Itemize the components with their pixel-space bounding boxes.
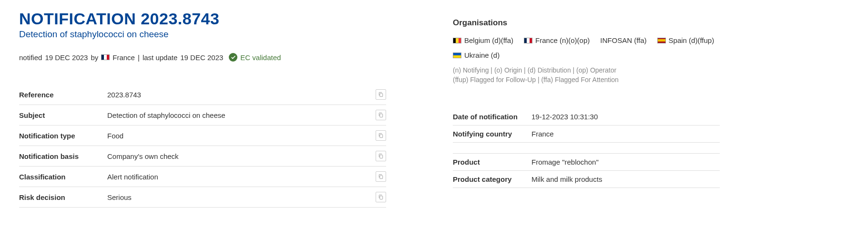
organisation-item: Ukraine (d) bbox=[453, 51, 500, 59]
copy-button[interactable] bbox=[376, 151, 386, 161]
organisations-heading: Organisations bbox=[453, 18, 720, 28]
validated-badge: EC validated bbox=[229, 53, 281, 62]
es-flag-icon bbox=[657, 38, 666, 43]
summary-label: Product bbox=[453, 154, 531, 171]
details-row: ClassificationAlert notification bbox=[19, 167, 386, 187]
details-value: Alert notification bbox=[107, 167, 372, 187]
organisation-item: INFOSAN (ffa) bbox=[600, 36, 646, 44]
details-value: Detection of staphylococci on cheese bbox=[107, 105, 372, 126]
details-label: Notification basis bbox=[19, 146, 107, 167]
copy-button[interactable] bbox=[376, 192, 386, 202]
validated-label: EC validated bbox=[240, 53, 281, 62]
organisation-item: Spain (d)(ffup) bbox=[657, 36, 715, 44]
details-value: Food bbox=[107, 126, 372, 146]
details-value: Company's own check bbox=[107, 146, 372, 167]
copy-button[interactable] bbox=[376, 171, 386, 182]
details-value: Serious bbox=[107, 187, 372, 208]
summary-row: Notifying countryFrance bbox=[453, 126, 720, 143]
svg-rect-3 bbox=[380, 155, 383, 158]
meta-separator: | bbox=[138, 53, 140, 62]
details-table: Reference2023.8743SubjectDetection of st… bbox=[19, 84, 386, 208]
page-title: NOTIFICATION 2023.8743 bbox=[19, 10, 386, 28]
notified-prefix: notified bbox=[19, 53, 42, 62]
last-update-date: 19 DEC 2023 bbox=[180, 53, 223, 62]
organisation-item: Belgium (d)(ffa) bbox=[453, 36, 513, 44]
summary-value: Fromage "reblochon" bbox=[531, 154, 720, 171]
copy-button[interactable] bbox=[376, 89, 386, 100]
organisation-text: Belgium (d)(ffa) bbox=[464, 36, 513, 44]
notifier-country: France bbox=[112, 53, 135, 62]
organisation-text: Spain (d)(ffup) bbox=[669, 36, 715, 44]
organisation-text: France (n)(o)(op) bbox=[535, 36, 590, 44]
legend-line-1: (n) Notifying | (o) Origin | (d) Distrib… bbox=[453, 66, 720, 75]
details-label: Reference bbox=[19, 84, 107, 105]
details-value: 2023.8743 bbox=[107, 84, 372, 105]
summary-value: Milk and milk products bbox=[531, 171, 720, 188]
france-flag-icon bbox=[101, 54, 110, 60]
organisations-list: Belgium (d)(ffa)France (n)(o)(op)INFOSAN… bbox=[453, 36, 720, 59]
details-label: Classification bbox=[19, 167, 107, 187]
organisation-text: INFOSAN (ffa) bbox=[600, 36, 646, 44]
svg-rect-1 bbox=[380, 114, 383, 117]
ua-flag-icon bbox=[453, 52, 461, 58]
legend-line-2: (ffup) Flagged for Follow-Up | (ffa) Fla… bbox=[453, 75, 720, 85]
details-row: Notification typeFood bbox=[19, 126, 386, 146]
check-circle-icon bbox=[229, 53, 237, 62]
summary-label: Product category bbox=[453, 171, 531, 188]
svg-rect-5 bbox=[380, 196, 383, 199]
summary-label: Date of notification bbox=[453, 108, 531, 126]
details-row: Risk decisionSerious bbox=[19, 187, 386, 208]
summary-label: Notifying country bbox=[453, 126, 531, 143]
copy-button[interactable] bbox=[376, 130, 386, 141]
summary-table: Date of notification19-12-2023 10:31:30N… bbox=[453, 108, 720, 188]
page-subtitle: Detection of staphylococci on cheese bbox=[19, 29, 386, 40]
svg-rect-2 bbox=[380, 135, 383, 138]
meta-line: notified 19 DEC 2023 by France | last up… bbox=[19, 53, 386, 62]
organisation-text: Ukraine (d) bbox=[464, 51, 500, 59]
organisations-legend: (n) Notifying | (o) Origin | (d) Distrib… bbox=[453, 66, 720, 84]
notified-date: 19 DEC 2023 bbox=[45, 53, 88, 62]
summary-row: ProductFromage "reblochon" bbox=[453, 154, 720, 171]
summary-row: Product categoryMilk and milk products bbox=[453, 171, 720, 188]
details-row: Notification basisCompany's own check bbox=[19, 146, 386, 167]
details-row: Reference2023.8743 bbox=[19, 84, 386, 105]
details-label: Subject bbox=[19, 105, 107, 126]
be-flag-icon bbox=[453, 38, 461, 43]
meta-by: by bbox=[91, 53, 98, 62]
details-label: Notification type bbox=[19, 126, 107, 146]
svg-rect-4 bbox=[380, 176, 383, 179]
last-update-prefix: last update bbox=[143, 53, 177, 62]
summary-value: France bbox=[531, 126, 720, 143]
summary-value: 19-12-2023 10:31:30 bbox=[531, 108, 720, 126]
fr-flag-icon bbox=[524, 38, 532, 43]
svg-rect-0 bbox=[380, 94, 383, 97]
copy-button[interactable] bbox=[376, 110, 386, 120]
organisation-item: France (n)(o)(op) bbox=[524, 36, 590, 44]
summary-row: Date of notification19-12-2023 10:31:30 bbox=[453, 108, 720, 126]
details-label: Risk decision bbox=[19, 187, 107, 208]
details-row: SubjectDetection of staphylococci on che… bbox=[19, 105, 386, 126]
